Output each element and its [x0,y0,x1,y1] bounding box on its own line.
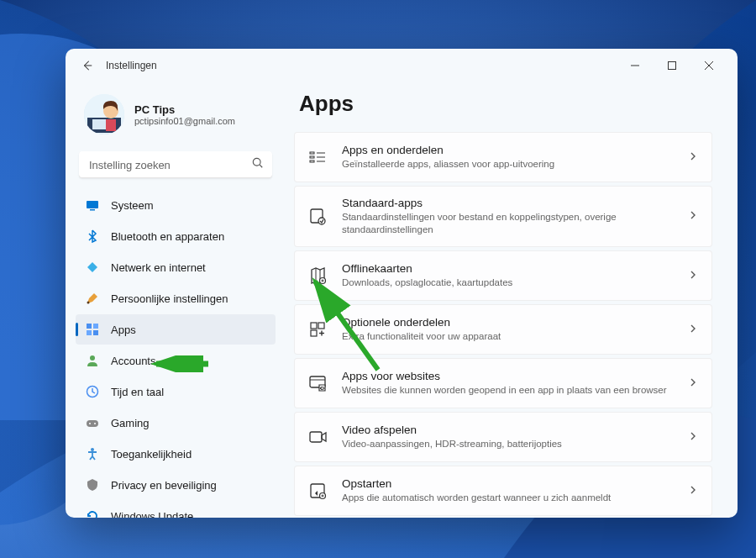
svg-rect-18 [93,330,98,335]
sidebar-item-apps[interactable]: Apps [76,314,276,345]
sidebar-item-label: Netwerk en internet [111,261,206,274]
chevron-right-icon [688,429,698,445]
search-input[interactable] [79,151,272,178]
maps-icon [308,266,327,285]
svg-point-19 [90,355,95,361]
settings-card-websites[interactable]: Apps voor websitesWebsites die kunnen wo… [294,358,712,408]
sidebar: PC Tips pctipsinfo01@gmail.com SysteemBl… [66,82,286,518]
apps-features-icon [308,148,327,166]
svg-rect-27 [310,161,314,162]
svg-rect-12 [87,201,98,208]
video-icon [308,428,327,446]
maximize-icon [668,61,676,70]
apps-icon [86,323,99,336]
chevron-right-icon [688,376,698,391]
sidebar-item-network[interactable]: Netwerk en internet [76,252,276,282]
settings-card-video[interactable]: Video afspelenVideo-aanpassingen, HDR-st… [294,412,712,462]
sidebar-item-label: Apps [111,324,136,336]
svg-point-14 [87,302,90,304]
back-button[interactable] [76,54,99,77]
svg-rect-2 [669,62,676,70]
card-description: Extra functionaliteit voor uw apparaat [342,330,688,343]
svg-point-24 [91,448,94,451]
sidebar-item-label: Gaming [111,417,150,429]
svg-rect-13 [90,209,95,211]
sidebar-item-bluetooth[interactable]: Bluetooth en apparaten [76,221,276,251]
sidebar-item-label: Toegankelijkheid [111,448,192,461]
card-title: Standaard-apps [342,197,688,209]
optional-icon [308,320,327,339]
settings-card-default-apps[interactable]: Standaard-appsStandaardinstellingen voor… [294,186,712,247]
sidebar-item-privacy[interactable]: Privacy en beveiliging [76,470,276,500]
svg-rect-15 [87,324,92,329]
nav-list: SysteemBluetooth en apparatenNetwerk en … [76,190,276,518]
card-description: Apps die automatisch worden gestart wann… [342,492,688,504]
card-description: Standaardinstellingen voor bestand en ko… [342,211,688,236]
card-description: Video-aanpassingen, HDR-streaming, batte… [342,438,688,450]
sidebar-item-personalization[interactable]: Persoonlijke instellingen [76,283,276,313]
sidebar-item-gaming[interactable]: Gaming [76,408,276,438]
svg-rect-16 [93,324,98,329]
time-icon [86,385,99,398]
card-title: Optionele onderdelen [342,316,688,329]
startup-icon [308,482,327,500]
svg-rect-17 [87,330,92,335]
svg-rect-40 [311,330,317,336]
system-icon [86,198,99,212]
sidebar-item-time[interactable]: Tijd en taal [76,376,276,407]
arrow-left-icon [81,60,93,71]
svg-rect-26 [310,156,314,158]
close-icon [705,61,713,70]
sidebar-item-label: Accounts [111,355,155,367]
sidebar-item-accounts[interactable]: Accounts [76,345,276,376]
default-apps-icon [308,207,327,225]
settings-cards: Apps en onderdelenGeïnstalleerde apps, a… [294,132,712,516]
profile-email: pctipsinfo01@gmail.com [134,116,235,126]
sidebar-item-label: Persoonlijke instellingen [111,292,228,305]
sidebar-item-update[interactable]: Windows Update [76,501,276,518]
sidebar-item-system[interactable]: Systeem [76,190,276,220]
sidebar-item-label: Windows Update [111,510,193,519]
accessibility-icon [86,447,99,461]
svg-rect-25 [310,152,314,154]
profile-block[interactable]: PC Tips pctipsinfo01@gmail.com [76,87,276,146]
settings-window: Instellingen [66,49,738,518]
sidebar-item-label: Privacy en beveiliging [111,479,217,492]
chevron-right-icon [688,483,698,498]
svg-rect-7 [92,119,106,129]
card-title: Opstarten [342,477,688,490]
settings-card-optional[interactable]: Optionele onderdelenExtra functionalitei… [294,304,712,355]
svg-line-11 [260,165,262,167]
search-icon [252,157,264,172]
update-icon [86,509,99,518]
avatar [84,94,124,134]
card-title: Apps voor websites [342,370,688,382]
svg-rect-45 [310,432,322,442]
close-button[interactable] [690,53,727,78]
sidebar-item-accessibility[interactable]: Toegankelijkheid [76,439,276,469]
svg-rect-21 [87,420,98,427]
personalization-icon [86,292,99,305]
settings-card-apps-features[interactable]: Apps en onderdelenGeïnstalleerde apps, a… [294,132,712,182]
settings-card-startup[interactable]: OpstartenApps die automatisch worden ges… [294,466,712,516]
gaming-icon [86,416,99,429]
card-description: Downloads, opslaglocatie, kaartupdates [342,276,688,289]
card-description: Websites die kunnen worden geopend in ee… [342,384,688,397]
svg-rect-39 [318,323,324,329]
window-title: Instellingen [106,60,157,71]
svg-rect-38 [311,323,317,329]
sidebar-item-label: Bluetooth en apparaten [111,230,224,243]
profile-name: PC Tips [134,103,235,116]
main-content: Apps Apps en onderdelenGeïnstalleerde ap… [286,82,738,518]
bluetooth-icon [86,229,99,243]
maximize-button[interactable] [654,53,690,78]
privacy-icon [86,478,99,492]
minimize-button[interactable] [617,53,654,78]
titlebar: Instellingen [66,49,738,82]
sidebar-item-label: Systeem [111,199,154,212]
websites-icon [308,374,327,392]
chevron-right-icon [688,268,698,283]
settings-card-maps[interactable]: OfflinekaartenDownloads, opslaglocatie, … [294,250,712,301]
page-title: Apps [299,91,712,117]
network-icon [86,261,99,274]
